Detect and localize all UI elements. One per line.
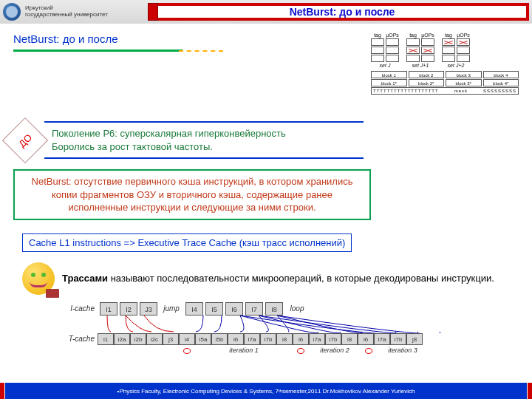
loop-marker-icon xyxy=(183,348,191,354)
tcache-label: T-cache xyxy=(59,335,98,343)
title-wrap: NetBurst: до и после xyxy=(148,3,529,21)
footer-accent-right xyxy=(528,383,532,399)
netburst-desc-box: NetBurst: отсутствие первичного кэша инс… xyxy=(13,169,371,220)
p6-generation-box: Поколение P6: суперскалярная гиперконвей… xyxy=(44,121,364,159)
cache-sets-diagram: tagµOPs set J tagµOPs set J+1 tagµOPs xyxy=(371,33,519,114)
jump-label: jump xyxy=(160,304,183,313)
university-name: Иркутский государственный университет xyxy=(25,5,108,18)
loop-marker-icon xyxy=(365,348,372,354)
loop-label: loop xyxy=(285,304,309,313)
subtitle: NetBurst: до и после xyxy=(13,33,183,45)
header-bar: Иркутский государственный университет Ne… xyxy=(0,0,532,24)
box1-line2: Боролись за рост тактовой частоты. xyxy=(52,140,356,154)
reading-emoji-icon xyxy=(22,262,55,295)
header-left: Иркутский государственный университет xyxy=(0,3,108,21)
slide-title: NetBurst: до и после xyxy=(158,3,529,21)
footer-text: •Physics Faculty, Electronic Computing D… xyxy=(4,383,528,399)
slide-content: NetBurst: до и после tagµOPs set J tagµO… xyxy=(0,24,532,354)
iteration-2-label: iteration 2 xyxy=(309,347,361,354)
university-logo-icon xyxy=(3,3,21,21)
pipeline-diagram: I-cache I1 I2 J3 jump I4 I5 I6 I7 I8 loo… xyxy=(59,302,473,354)
title-red-accent xyxy=(148,3,158,21)
iteration-3-label: iteration 3 xyxy=(377,347,429,354)
university-line2: государственный университет xyxy=(25,12,108,18)
box1-line1: Поколение P6: суперскалярная гиперконвей… xyxy=(52,127,356,140)
subtitle-underline xyxy=(13,50,183,52)
pipeline-arcs-icon xyxy=(103,316,473,333)
trace-rest: называют последовательности микроопераци… xyxy=(108,273,494,284)
trace-bold: Трассами xyxy=(62,273,108,284)
cache-trace-box: Cache L1 instructions => Executive Trace… xyxy=(22,233,352,252)
icache-label: I-cache xyxy=(59,304,98,313)
trace-definition: Трассами называют последовательности мик… xyxy=(62,272,494,285)
iteration-1-label: iteration 1 xyxy=(195,347,293,354)
footer-bar: •Physics Faculty, Electronic Computing D… xyxy=(0,383,532,399)
do-badge: ДО xyxy=(2,117,48,163)
loop-marker-icon xyxy=(297,348,304,354)
